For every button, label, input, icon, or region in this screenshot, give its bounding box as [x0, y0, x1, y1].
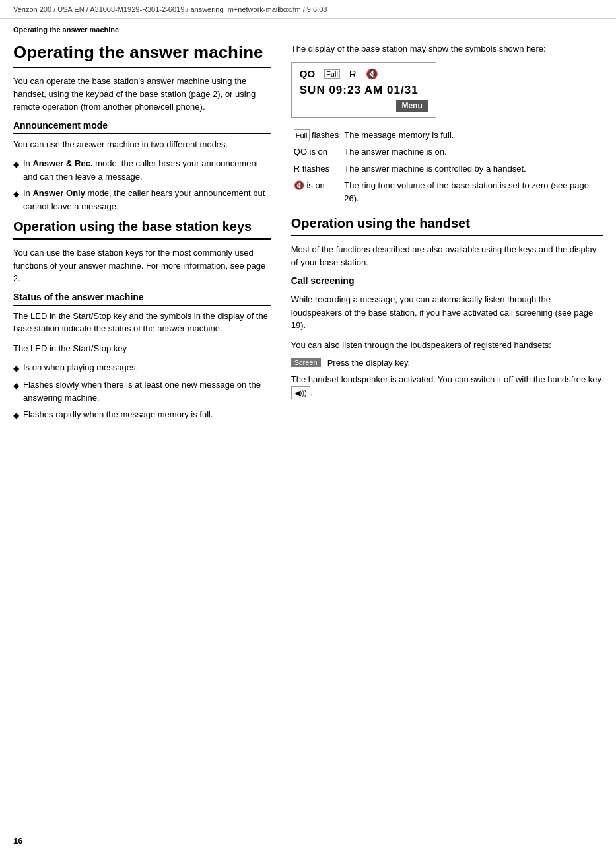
symbol-row-handset: R flashes The answer machine is controll… [291, 160, 603, 178]
screening-result: The handset loudspeaker is activated. Yo… [291, 373, 603, 399]
menu-button[interactable]: Menu [396, 100, 427, 112]
diamond-icon-2: ◆ [13, 188, 19, 200]
led-bullet-3: ◆ Flashes rapidly when the message memor… [13, 408, 271, 421]
bullet2-text: In Answer Only mode, the caller hears yo… [23, 187, 271, 213]
display-time: SUN 09:23 AM 01/31 [300, 84, 428, 97]
display-icons-row: QO Full R 🔇 [300, 68, 428, 80]
bullet-answer-rec: ◆ In Answer & Rec. mode, the caller hear… [13, 157, 271, 183]
led-bullet2-text: Flashes slowly when there is at least on… [23, 378, 271, 404]
screening-heading: Call screening [291, 275, 603, 286]
status-text: The LED in the Start/Stop key and the sy… [13, 310, 271, 335]
diamond-icon-3: ◆ [13, 362, 19, 374]
left-column: Operating the answer machine You can ope… [13, 42, 285, 425]
led-bullet-2: ◆ Flashes slowly when there is at least … [13, 378, 271, 404]
screen-button[interactable]: Screen [291, 358, 321, 367]
operation-heading: Operation using the base station keys [13, 219, 271, 234]
right-column: The display of the base station may show… [285, 42, 603, 425]
base-station-display: QO Full R 🔇 SUN 09:23 AM 01/31 Menu [291, 62, 436, 118]
main-heading: Operating the answer machine [13, 42, 271, 63]
bullet-answer-only: ◆ In Answer Only mode, the caller hears … [13, 187, 271, 213]
main-divider [13, 67, 271, 68]
header-bar: Verizon 200 / USA EN / A31008-M1929-R301… [0, 0, 616, 19]
symbol-handset-icon: R flashes [291, 160, 342, 178]
header-text: Verizon 200 / USA EN / A31008-M1929-R301… [13, 5, 327, 13]
symbol-row-full: Full flashes The message memory is full. [291, 127, 603, 144]
handset-icon: R [349, 68, 357, 79]
symbols-table: Full flashes The message memory is full.… [291, 127, 603, 207]
operation-divider [13, 238, 271, 240]
status-divider [13, 305, 271, 306]
led-bullet-1: ◆ Is on when playing messages. [13, 361, 271, 374]
symbol-tape-icon: QO is on [291, 143, 342, 160]
bell-slash-icon: 🔇 [366, 68, 378, 80]
screening-divider [291, 289, 603, 289]
answer-rec-label: Answer & Rec. [32, 158, 92, 168]
display-menu-row: Menu [300, 100, 428, 112]
page-number: 16 [13, 836, 22, 846]
symbol-bell-desc: The ring tone volume of the base station… [341, 177, 603, 207]
screening-text2: You can also listen through the loudspea… [291, 339, 603, 352]
screening-text1: While recording a message, you can autom… [291, 293, 603, 332]
symbol-full-desc: The message memory is full. [341, 127, 603, 144]
content-area: Operating the answer machine You can ope… [0, 36, 616, 438]
symbol-row-bell: 🔇 is on The ring tone volume of the base… [291, 177, 603, 207]
status-heading: Status of the answer machine [13, 292, 271, 302]
symbol-tape-desc: The answer machine is on. [341, 143, 603, 160]
full-icon: Full [324, 69, 340, 79]
led-bullet1-text: Is on when playing messages. [23, 361, 138, 374]
section-label-area: Operating the answer machine [0, 19, 616, 36]
section-label: Operating the answer machine [13, 26, 119, 34]
diamond-icon-4: ◆ [13, 380, 19, 392]
diamond-icon-5: ◆ [13, 409, 19, 421]
tape-icon: QO [300, 68, 315, 79]
handset-text: Most of the functions described are also… [291, 243, 603, 269]
symbol-full-icon: Full flashes [291, 127, 342, 144]
intro-text: You can operate the base station's answe… [13, 75, 271, 114]
diamond-icon-1: ◆ [13, 158, 19, 170]
symbol-row-tape: QO is on The answer machine is on. [291, 143, 603, 160]
page-container: Verizon 200 / USA EN / A31008-M1929-R301… [0, 0, 616, 859]
operation-intro: You can use the base station keys for th… [13, 246, 271, 285]
screen-action-row: Screen Press the display key. [291, 358, 603, 368]
symbol-bell-icon: 🔇 is on [291, 177, 342, 207]
handset-divider [291, 235, 603, 236]
announcement-divider [13, 133, 271, 134]
announcement-heading: Announcement mode [13, 120, 271, 131]
announcement-text: You can use the answer machine in two di… [13, 138, 271, 151]
handsfree-button: ◀))) [291, 386, 310, 400]
bullet1-text: In Answer & Rec. mode, the caller hears … [23, 157, 271, 183]
display-intro: The display of the base station may show… [291, 42, 603, 55]
handset-heading: Operation using the handset [291, 216, 603, 231]
led-bullet3-text: Flashes rapidly when the message memory … [23, 408, 213, 421]
symbol-handset-desc: The answer machine is controlled by a ha… [341, 160, 603, 178]
screen-action-text: Press the display key. [327, 358, 410, 368]
led-label: The LED in the Start/Stop key [13, 342, 271, 355]
answer-only-label: Answer Only [32, 188, 85, 198]
